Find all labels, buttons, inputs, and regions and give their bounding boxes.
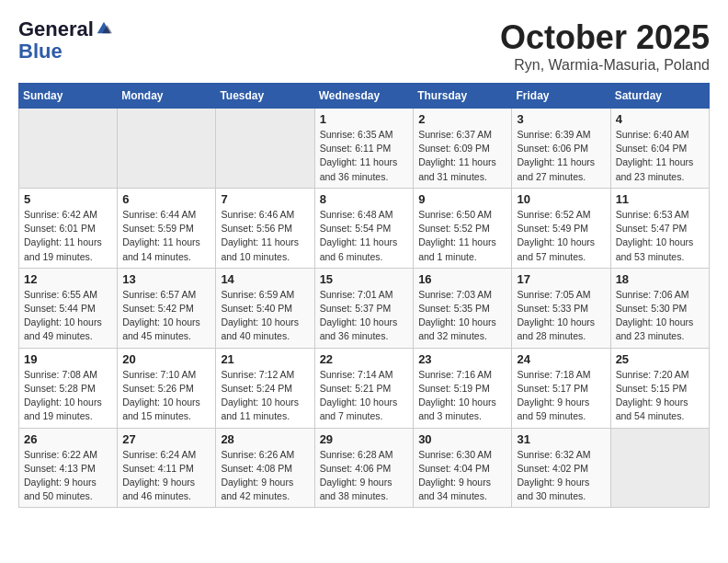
calendar-cell: 23Sunrise: 7:16 AMSunset: 5:19 PMDayligh… xyxy=(414,348,512,428)
day-info: Sunrise: 7:20 AMSunset: 5:15 PMDaylight:… xyxy=(616,368,704,424)
page-header: General Blue October 2025 Ryn, Warmia-Ma… xyxy=(18,18,710,74)
column-header-tuesday: Tuesday xyxy=(216,84,314,109)
day-info: Sunrise: 7:14 AMSunset: 5:21 PMDaylight:… xyxy=(320,368,409,424)
logo-blue-text: Blue xyxy=(18,40,112,63)
day-number: 3 xyxy=(517,112,605,126)
calendar-cell: 6Sunrise: 6:44 AMSunset: 5:59 PMDaylight… xyxy=(118,188,216,268)
calendar-week-4: 19Sunrise: 7:08 AMSunset: 5:28 PMDayligh… xyxy=(19,348,710,428)
calendar-cell: 4Sunrise: 6:40 AMSunset: 6:04 PMDaylight… xyxy=(610,109,709,189)
calendar-cell xyxy=(118,109,216,189)
day-info: Sunrise: 6:30 AMSunset: 4:04 PMDaylight:… xyxy=(418,448,506,504)
calendar-week-3: 12Sunrise: 6:55 AMSunset: 5:44 PMDayligh… xyxy=(19,268,710,348)
calendar-week-1: 1Sunrise: 6:35 AMSunset: 6:11 PMDaylight… xyxy=(19,109,710,189)
logo-text: General xyxy=(18,18,112,40)
calendar-table: SundayMondayTuesdayWednesdayThursdayFrid… xyxy=(18,83,710,508)
day-number: 23 xyxy=(418,352,506,366)
calendar-cell: 29Sunrise: 6:28 AMSunset: 4:06 PMDayligh… xyxy=(314,428,414,508)
day-number: 17 xyxy=(517,272,605,286)
calendar-cell: 21Sunrise: 7:12 AMSunset: 5:24 PMDayligh… xyxy=(216,348,314,428)
calendar-cell: 18Sunrise: 7:06 AMSunset: 5:30 PMDayligh… xyxy=(610,268,709,348)
column-header-sunday: Sunday xyxy=(19,84,118,109)
day-number: 31 xyxy=(517,432,605,446)
day-number: 2 xyxy=(418,112,506,126)
day-number: 18 xyxy=(616,272,704,286)
title-block: October 2025 Ryn, Warmia-Masuria, Poland xyxy=(500,18,710,74)
calendar-cell: 22Sunrise: 7:14 AMSunset: 5:21 PMDayligh… xyxy=(314,348,414,428)
calendar-cell: 13Sunrise: 6:57 AMSunset: 5:42 PMDayligh… xyxy=(118,268,216,348)
calendar-cell: 7Sunrise: 6:46 AMSunset: 5:56 PMDaylight… xyxy=(216,188,314,268)
day-info: Sunrise: 6:37 AMSunset: 6:09 PMDaylight:… xyxy=(418,128,506,184)
day-number: 7 xyxy=(221,192,309,206)
calendar-cell: 30Sunrise: 6:30 AMSunset: 4:04 PMDayligh… xyxy=(414,428,512,508)
day-number: 10 xyxy=(517,192,605,206)
column-header-friday: Friday xyxy=(512,84,610,109)
calendar-cell: 15Sunrise: 7:01 AMSunset: 5:37 PMDayligh… xyxy=(314,268,414,348)
day-info: Sunrise: 6:26 AMSunset: 4:08 PMDaylight:… xyxy=(221,448,309,504)
day-info: Sunrise: 6:57 AMSunset: 5:42 PMDaylight:… xyxy=(122,288,210,344)
calendar-cell: 19Sunrise: 7:08 AMSunset: 5:28 PMDayligh… xyxy=(19,348,118,428)
calendar-cell: 1Sunrise: 6:35 AMSunset: 6:11 PMDaylight… xyxy=(314,109,414,189)
logo: General Blue xyxy=(18,18,112,63)
day-number: 15 xyxy=(320,272,409,286)
logo-icon xyxy=(96,19,112,36)
column-header-saturday: Saturday xyxy=(610,84,709,109)
day-info: Sunrise: 7:03 AMSunset: 5:35 PMDaylight:… xyxy=(418,288,506,344)
day-info: Sunrise: 6:59 AMSunset: 5:40 PMDaylight:… xyxy=(221,288,309,344)
calendar-week-2: 5Sunrise: 6:42 AMSunset: 6:01 PMDaylight… xyxy=(19,188,710,268)
day-info: Sunrise: 6:50 AMSunset: 5:52 PMDaylight:… xyxy=(418,208,506,264)
calendar-cell: 28Sunrise: 6:26 AMSunset: 4:08 PMDayligh… xyxy=(216,428,314,508)
day-number: 6 xyxy=(122,192,210,206)
day-number: 21 xyxy=(221,352,309,366)
calendar-cell: 9Sunrise: 6:50 AMSunset: 5:52 PMDaylight… xyxy=(414,188,512,268)
calendar-cell: 12Sunrise: 6:55 AMSunset: 5:44 PMDayligh… xyxy=(19,268,118,348)
calendar-cell: 20Sunrise: 7:10 AMSunset: 5:26 PMDayligh… xyxy=(118,348,216,428)
day-number: 30 xyxy=(418,432,506,446)
calendar-cell: 14Sunrise: 6:59 AMSunset: 5:40 PMDayligh… xyxy=(216,268,314,348)
day-number: 1 xyxy=(320,112,409,126)
day-number: 9 xyxy=(418,192,506,206)
day-info: Sunrise: 7:18 AMSunset: 5:17 PMDaylight:… xyxy=(517,368,605,424)
calendar-cell: 16Sunrise: 7:03 AMSunset: 5:35 PMDayligh… xyxy=(414,268,512,348)
calendar-cell: 10Sunrise: 6:52 AMSunset: 5:49 PMDayligh… xyxy=(512,188,610,268)
day-number: 26 xyxy=(24,432,112,446)
calendar-cell: 17Sunrise: 7:05 AMSunset: 5:33 PMDayligh… xyxy=(512,268,610,348)
day-info: Sunrise: 6:46 AMSunset: 5:56 PMDaylight:… xyxy=(221,208,309,264)
day-number: 11 xyxy=(616,192,704,206)
calendar-cell: 27Sunrise: 6:24 AMSunset: 4:11 PMDayligh… xyxy=(118,428,216,508)
day-number: 22 xyxy=(320,352,409,366)
day-info: Sunrise: 6:39 AMSunset: 6:06 PMDaylight:… xyxy=(517,128,605,184)
day-info: Sunrise: 6:40 AMSunset: 6:04 PMDaylight:… xyxy=(616,128,704,184)
day-info: Sunrise: 7:10 AMSunset: 5:26 PMDaylight:… xyxy=(122,368,210,424)
day-info: Sunrise: 6:48 AMSunset: 5:54 PMDaylight:… xyxy=(320,208,409,264)
day-info: Sunrise: 7:01 AMSunset: 5:37 PMDaylight:… xyxy=(320,288,409,344)
day-info: Sunrise: 7:12 AMSunset: 5:24 PMDaylight:… xyxy=(221,368,309,424)
day-number: 28 xyxy=(221,432,309,446)
day-number: 25 xyxy=(616,352,704,366)
column-header-wednesday: Wednesday xyxy=(314,84,414,109)
calendar-week-5: 26Sunrise: 6:22 AMSunset: 4:13 PMDayligh… xyxy=(19,428,710,508)
day-info: Sunrise: 6:32 AMSunset: 4:02 PMDaylight:… xyxy=(517,448,605,504)
calendar-cell: 26Sunrise: 6:22 AMSunset: 4:13 PMDayligh… xyxy=(19,428,118,508)
day-info: Sunrise: 7:08 AMSunset: 5:28 PMDaylight:… xyxy=(24,368,112,424)
page-subtitle: Ryn, Warmia-Masuria, Poland xyxy=(500,57,710,74)
column-header-thursday: Thursday xyxy=(414,84,512,109)
day-info: Sunrise: 7:16 AMSunset: 5:19 PMDaylight:… xyxy=(418,368,506,424)
day-number: 4 xyxy=(616,112,704,126)
day-info: Sunrise: 6:53 AMSunset: 5:47 PMDaylight:… xyxy=(616,208,704,264)
day-info: Sunrise: 6:22 AMSunset: 4:13 PMDaylight:… xyxy=(24,448,112,504)
day-number: 29 xyxy=(320,432,409,446)
column-header-monday: Monday xyxy=(118,84,216,109)
day-info: Sunrise: 6:28 AMSunset: 4:06 PMDaylight:… xyxy=(320,448,409,504)
day-info: Sunrise: 7:05 AMSunset: 5:33 PMDaylight:… xyxy=(517,288,605,344)
day-number: 19 xyxy=(24,352,112,366)
calendar-cell xyxy=(610,428,709,508)
page-title: October 2025 xyxy=(500,18,710,57)
calendar-cell xyxy=(216,109,314,189)
calendar-cell: 11Sunrise: 6:53 AMSunset: 5:47 PMDayligh… xyxy=(610,188,709,268)
calendar-cell: 2Sunrise: 6:37 AMSunset: 6:09 PMDaylight… xyxy=(414,109,512,189)
day-number: 24 xyxy=(517,352,605,366)
calendar-cell: 24Sunrise: 7:18 AMSunset: 5:17 PMDayligh… xyxy=(512,348,610,428)
day-number: 12 xyxy=(24,272,112,286)
day-info: Sunrise: 6:52 AMSunset: 5:49 PMDaylight:… xyxy=(517,208,605,264)
calendar-cell xyxy=(19,109,118,189)
